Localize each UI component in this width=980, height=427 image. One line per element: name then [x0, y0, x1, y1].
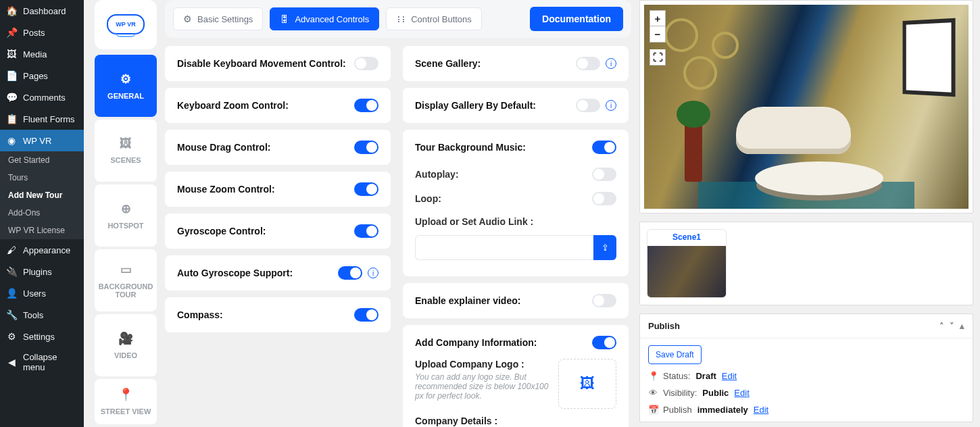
tab-basic-settings[interactable]: ⚙Basic Settings [173, 7, 263, 30]
vtab-background-tour[interactable]: ▭BACKGROUND TOUR [95, 249, 157, 311]
menu-label: Settings [23, 332, 55, 342]
chevron-up-icon[interactable]: ˄ [939, 321, 944, 331]
info-icon[interactable]: i [368, 268, 378, 278]
forms-icon: 📋 [5, 113, 18, 125]
edit-publish-link[interactable]: Edit [754, 405, 768, 415]
menu-tools[interactable]: 🔧Tools [0, 304, 84, 326]
menu-fluent-forms[interactable]: 📋Fluent Forms [0, 108, 84, 130]
pin-icon: 📌 [5, 26, 18, 39]
visibility-value: Public [702, 388, 729, 398]
setting-label: Enable explainer video: [415, 295, 520, 306]
info-icon[interactable]: i [606, 58, 616, 69]
toggle-disable-keyboard-movement[interactable] [354, 57, 378, 70]
setting-keyboard-zoom: Keyboard Zoom Control: [165, 88, 391, 123]
chevron-down-icon[interactable]: ˅ [950, 321, 954, 331]
scene-thumbnail [647, 246, 726, 297]
setting-explainer-video: Enable explainer video: [403, 283, 629, 318]
toggle-scene-gallery[interactable] [576, 57, 600, 70]
caret-up-icon[interactable]: ▴ [960, 321, 964, 331]
vtab-video[interactable]: 🎥VIDEO [95, 314, 157, 376]
settings-icon: ⚙ [5, 330, 18, 343]
toggle-keyboard-zoom[interactable] [354, 99, 378, 112]
toggle-autoplay[interactable] [592, 168, 616, 181]
info-icon[interactable]: i [606, 100, 616, 111]
toggle-explainer-video[interactable] [592, 294, 616, 307]
scene-card[interactable]: Scene1 [647, 229, 727, 298]
upload-logo-description: You can add any logo size. But recommend… [415, 372, 549, 401]
toggle-mouse-zoom[interactable] [354, 182, 378, 196]
pages-icon: 📄 [5, 70, 18, 82]
submenu-tours[interactable]: Tours [0, 169, 84, 186]
vtab-label: STREET VIEW [101, 407, 151, 416]
vtab-hotspot[interactable]: ⊕HOTSPOT [95, 184, 157, 247]
upload-logo-title: Upload Company Logo : [415, 359, 549, 370]
tab-advanced-controls[interactable]: 🎛Advanced Controls [270, 7, 379, 30]
sliders-icon: ⚙ [183, 14, 192, 24]
menu-label: Users [23, 288, 46, 299]
preview-decor [736, 107, 851, 154]
upload-audio-button[interactable]: ⇪ [593, 235, 616, 260]
setting-tour-bg-music: Tour Background Music: Autoplay: Loop: [403, 130, 629, 276]
toggle-mouse-drag[interactable] [354, 141, 378, 154]
setting-compass: Compass: [165, 297, 391, 332]
status-value: Draft [695, 371, 716, 381]
preview-decor [683, 56, 717, 90]
menu-appearance[interactable]: 🖌Appearance [0, 239, 84, 261]
upload-logo-box[interactable]: 🖼 [558, 359, 616, 409]
image-upload-icon: 🖼 [580, 375, 595, 393]
tools-icon: 🔧 [5, 309, 18, 321]
menu-settings[interactable]: ⚙Settings [0, 326, 84, 347]
dashboard-icon: 🏠 [5, 5, 18, 17]
vtab-scenes[interactable]: 🖼SCENES [95, 120, 157, 182]
scene-list: Scene1 [639, 222, 973, 305]
toggle-tour-bg-music[interactable] [592, 141, 616, 154]
menu-label: Plugins [23, 267, 52, 277]
wpvr-logo-text: WP VR [107, 14, 145, 34]
edit-visibility-link[interactable]: Edit [734, 388, 749, 398]
documentation-button[interactable]: Documentation [530, 7, 623, 31]
menu-label: Comments [23, 93, 66, 103]
toggle-compass[interactable] [354, 308, 378, 322]
setting-label: Disable Keyboard Movement Control: [177, 58, 346, 69]
zoom-in-button[interactable]: + [650, 10, 666, 26]
visibility-label: Visibility: [663, 388, 697, 398]
publish-label: Publish [663, 405, 692, 415]
menu-pages[interactable]: 📄Pages [0, 65, 84, 86]
setting-mouse-zoom: Mouse Zoom Control: [165, 172, 391, 207]
fullscreen-button[interactable]: ⛶ [650, 49, 666, 66]
gear-icon: ⚙ [120, 72, 131, 86]
edit-status-link[interactable]: Edit [722, 371, 737, 381]
menu-comments[interactable]: 💬Comments [0, 86, 84, 108]
vtab-street-view[interactable]: 📍STREET VIEW [95, 379, 157, 424]
setting-label: Mouse Zoom Control: [177, 184, 275, 195]
save-draft-button[interactable]: Save Draft [648, 345, 702, 364]
menu-collapse[interactable]: ◀Collapse menu [0, 347, 84, 377]
toggle-display-gallery-default[interactable] [576, 99, 600, 112]
submenu-get-started[interactable]: Get Started [0, 151, 84, 169]
menu-posts[interactable]: 📌Posts [0, 22, 84, 43]
toggle-loop[interactable] [592, 192, 616, 205]
vtab-general[interactable]: ⚙GENERAL [95, 55, 157, 117]
toggle-auto-gyroscope[interactable] [338, 266, 362, 280]
tab-control-buttons[interactable]: ⫶⫶Control Buttons [386, 7, 482, 30]
menu-dashboard[interactable]: 🏠Dashboard [0, 0, 84, 22]
image-icon: 🖼 [120, 136, 132, 151]
wpvr-logo: WP VR [95, 0, 157, 49]
menu-media[interactable]: 🖼Media [0, 43, 84, 65]
location-icon: 📍 [118, 387, 133, 402]
menu-users[interactable]: 👤Users [0, 282, 84, 304]
toggle-gyroscope[interactable] [354, 224, 378, 238]
settings-tabbar: ⚙Basic Settings 🎛Advanced Controls ⫶⫶Con… [165, 0, 631, 38]
submenu-add-new-tour[interactable]: Add New Tour [0, 186, 84, 204]
zoom-out-button[interactable]: − [650, 26, 666, 43]
publish-title: Publish [648, 321, 680, 331]
toggle-company-info[interactable] [592, 336, 616, 349]
menu-plugins[interactable]: 🔌Plugins [0, 261, 84, 282]
setting-label: Gyroscope Control: [177, 226, 266, 236]
submenu-license[interactable]: WP VR License [0, 222, 84, 239]
submenu-addons[interactable]: Add-Ons [0, 204, 84, 222]
vtab-label: BACKGROUND TOUR [95, 282, 157, 299]
menu-wp-vr[interactable]: ◉WP VR [0, 130, 84, 151]
preview-viewport[interactable]: + − ⛶ [644, 5, 969, 209]
audio-link-input[interactable] [415, 235, 593, 260]
